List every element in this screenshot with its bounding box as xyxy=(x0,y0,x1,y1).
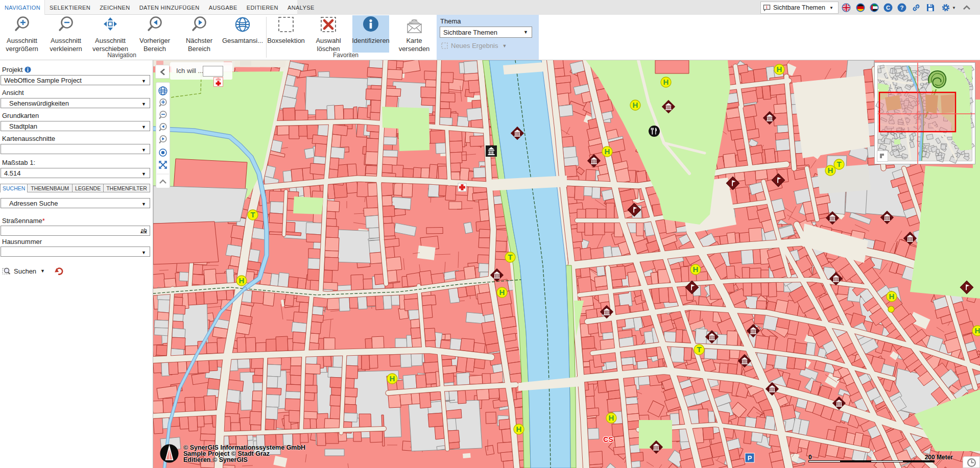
svg-text:C: C xyxy=(886,5,890,11)
svg-text:H: H xyxy=(239,276,245,285)
svg-text:?: ? xyxy=(900,5,903,11)
svg-text:H: H xyxy=(609,413,614,422)
svg-text:T: T xyxy=(508,253,512,261)
svg-text:T: T xyxy=(250,210,255,219)
svg-text:i: i xyxy=(766,4,767,9)
svg-text:H: H xyxy=(777,65,782,73)
svg-text:H: H xyxy=(499,288,505,297)
svg-text:H: H xyxy=(605,147,610,156)
svg-text:H: H xyxy=(633,101,638,109)
svg-text:T: T xyxy=(836,160,841,168)
svg-text:T: T xyxy=(697,345,701,354)
svg-text:CS: CS xyxy=(603,435,613,444)
svg-text:H: H xyxy=(828,166,833,175)
svg-text:H: H xyxy=(693,265,699,274)
svg-text:H: H xyxy=(390,374,395,383)
svg-text:H: H xyxy=(516,425,522,433)
svg-text:H: H xyxy=(889,292,895,301)
svg-text:H: H xyxy=(975,326,980,335)
svg-text:P: P xyxy=(748,454,752,462)
svg-text:H: H xyxy=(663,78,669,86)
